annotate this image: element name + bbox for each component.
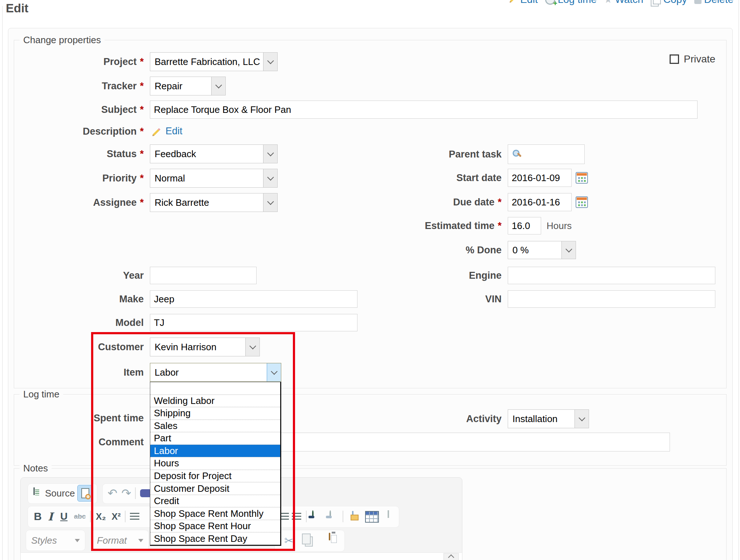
context-copy-link[interactable]: Copy (651, 0, 687, 5)
source-button[interactable]: Source (45, 483, 75, 503)
vin-label: VIN (327, 290, 502, 308)
start-date-input[interactable] (508, 169, 572, 187)
chevron-up-icon (448, 555, 454, 560)
chevron-down-icon[interactable] (263, 53, 277, 71)
content-right-border (739, 0, 739, 560)
assignee-label: Assignee* (14, 193, 144, 212)
model-input[interactable] (150, 314, 357, 331)
chevron-down-icon[interactable] (263, 169, 277, 187)
chevron-down-icon[interactable] (263, 193, 277, 212)
chevron-down-icon[interactable] (211, 77, 225, 95)
table-icon[interactable] (365, 511, 379, 523)
description-edit-link[interactable]: Edit (165, 126, 183, 137)
chevron-down-icon[interactable] (263, 145, 277, 163)
estimated-time-input[interactable] (508, 217, 541, 234)
engine-label: Engine (327, 267, 502, 284)
make-label: Make (14, 290, 144, 308)
trash-icon (694, 0, 702, 4)
clock-plus-icon (545, 0, 555, 5)
status-select[interactable]: Feedback (150, 144, 278, 163)
context-edit-label: Edit (520, 0, 537, 5)
private-label: Private (684, 54, 715, 64)
toolbar-separator (90, 511, 91, 522)
context-copy-label: Copy (663, 0, 687, 5)
link-icon[interactable] (312, 510, 314, 518)
toolbar-separator (343, 511, 343, 522)
search-icon (512, 149, 523, 161)
calendar-icon[interactable] (576, 171, 588, 185)
description-label: Description* (14, 123, 144, 139)
estimated-time-label: Estimated time* (327, 217, 502, 234)
assignee-select-value: Rick Barrette (150, 193, 263, 212)
context-log-time-link[interactable]: Log time (545, 0, 597, 5)
unlink-icon[interactable] (330, 510, 331, 518)
underline-icon[interactable] (57, 506, 70, 527)
year-label: Year (14, 267, 144, 284)
chevron-down-icon[interactable] (575, 410, 589, 428)
project-select[interactable]: Barrette Fabrication, LLC (150, 52, 278, 71)
context-edit-link[interactable]: Edit (508, 0, 537, 5)
activity-select-value: Installation (508, 410, 575, 428)
parent-task-label: Parent task (327, 144, 502, 164)
italic-icon[interactable] (45, 506, 56, 527)
status-label: Status* (14, 144, 144, 163)
estimated-time-unit: Hours (547, 217, 572, 234)
context-toolbar: Edit Log time Watch Copy Delete (508, 0, 733, 5)
copy-icon[interactable] (302, 534, 311, 544)
pencil-icon (508, 0, 518, 5)
pencil-icon (151, 126, 162, 138)
bold-icon[interactable] (31, 506, 44, 527)
context-watch-link[interactable]: Watch (604, 0, 643, 5)
horizontal-rule-icon[interactable] (388, 510, 389, 518)
due-date-label: Due date* (327, 193, 502, 211)
activity-select[interactable]: Installation (508, 409, 589, 428)
notes-legend: Notes (20, 462, 52, 474)
percent-done-label: % Done (327, 241, 502, 259)
strikethrough-icon[interactable] (72, 506, 88, 527)
start-date-label: Start date (327, 169, 502, 187)
subject-label: Subject* (14, 101, 144, 119)
image-icon[interactable] (352, 511, 353, 519)
calendar-icon[interactable] (576, 196, 588, 209)
model-label: Model (14, 314, 144, 331)
context-delete-link[interactable]: Delete (694, 0, 733, 5)
tracker-select-value: Repair (150, 77, 211, 95)
context-log-time-label: Log time (558, 0, 597, 5)
annotation-red-rectangle (91, 332, 295, 551)
project-select-value: Barrette Fabrication, LLC (150, 53, 263, 71)
activity-label: Activity (327, 409, 502, 428)
private-checkbox[interactable] (670, 54, 679, 64)
assignee-select[interactable]: Rick Barrette (150, 193, 278, 212)
tracker-select[interactable]: Repair (150, 77, 226, 95)
notes-editor-content[interactable] (21, 552, 462, 560)
priority-select[interactable]: Normal (150, 169, 278, 188)
change-properties-legend: Change properties (20, 34, 105, 46)
chevron-down-icon (75, 539, 80, 542)
styles-dropdown[interactable]: Styles (26, 530, 85, 551)
tracker-label: Tracker* (14, 77, 144, 95)
engine-input[interactable] (508, 267, 715, 284)
subject-input[interactable] (150, 101, 698, 119)
paste-icon[interactable] (329, 533, 330, 540)
source-icon[interactable] (33, 487, 35, 495)
percent-done-select-value: 0 % (508, 241, 561, 259)
status-select-value: Feedback (150, 145, 263, 163)
year-input[interactable] (150, 267, 257, 284)
priority-select-value: Normal (150, 169, 263, 187)
vin-input[interactable] (508, 290, 715, 308)
percent-done-select[interactable]: 0 % (508, 241, 576, 259)
context-delete-label: Delete (704, 0, 733, 5)
content-left-border (2, 6, 3, 560)
styles-dropdown-label: Styles (31, 535, 57, 546)
due-date-input[interactable] (508, 193, 572, 211)
document-search-icon (81, 488, 89, 498)
editor-scroll-up-button[interactable] (443, 553, 459, 560)
copy-icon (653, 0, 661, 4)
priority-label: Priority* (14, 169, 144, 188)
star-icon (604, 0, 612, 5)
issue-edit-page: Edit Log time Watch Copy Delete Edit Cha… (0, 0, 740, 560)
project-label: Project* (14, 52, 144, 71)
chevron-down-icon[interactable] (561, 241, 576, 259)
log-time-legend: Log time (20, 388, 63, 400)
page-title: Edit (6, 1, 28, 15)
